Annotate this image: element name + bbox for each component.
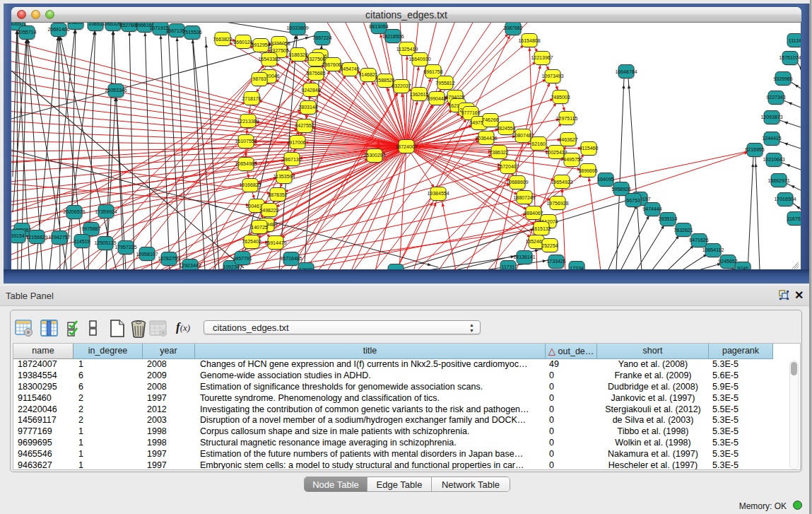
svg-text:7485003: 7485003 (551, 95, 570, 100)
svg-text:10688609: 10688609 (506, 180, 528, 185)
svg-text:10425: 10425 (389, 269, 403, 269)
svg-text:12975115: 12975115 (556, 116, 578, 121)
svg-text:16914479: 16914479 (264, 240, 286, 245)
svg-text:6961758: 6961758 (423, 69, 442, 74)
svg-text:19756928: 19756928 (546, 201, 568, 206)
svg-text:9777169: 9777169 (461, 110, 480, 115)
svg-text:9327505: 9327505 (269, 48, 288, 53)
svg-text:12923448: 12923448 (179, 263, 201, 268)
svg-text:917006: 917006 (289, 140, 305, 145)
svg-text:10853: 10853 (88, 23, 102, 26)
svg-text:20893: 20893 (69, 23, 83, 25)
svg-text:8990448: 8990448 (427, 96, 446, 101)
svg-text:15751074: 15751074 (779, 55, 801, 60)
svg-text:8660124: 8660124 (233, 40, 252, 45)
svg-text:11124: 11124 (789, 38, 801, 43)
svg-text:39154: 39154 (11, 233, 25, 238)
svg-text:15720407: 15720407 (497, 164, 519, 169)
svg-text:1244415: 1244415 (762, 136, 781, 141)
svg-text:7625402: 7625402 (242, 239, 261, 244)
svg-text:252254: 252254 (541, 243, 558, 248)
svg-text:18807249: 18807249 (513, 195, 535, 200)
svg-text:1362615: 1362615 (409, 92, 428, 97)
svg-text:9457791: 9457791 (233, 256, 252, 261)
svg-text:7857224: 7857224 (312, 35, 331, 40)
svg-text:17359924: 17359924 (95, 209, 117, 214)
svg-text:7386322: 7386322 (489, 150, 508, 155)
svg-text:12093873: 12093873 (760, 115, 782, 119)
svg-text:10973493: 10973493 (541, 74, 563, 78)
svg-text:25053346: 25053346 (105, 88, 126, 93)
svg-text:9245652: 9245652 (718, 259, 737, 264)
svg-text:2803144: 2803144 (298, 105, 317, 110)
svg-text:11325419: 11325419 (396, 47, 418, 52)
svg-text:8215955: 8215955 (745, 147, 764, 152)
svg-text:9463627: 9463627 (558, 137, 577, 142)
svg-text:746266: 746266 (482, 117, 498, 122)
svg-text:3867130: 3867130 (282, 157, 301, 162)
svg-text:5958928: 5958928 (611, 187, 630, 192)
svg-text:10807487: 10807487 (512, 133, 534, 138)
svg-text:7663822: 7663822 (213, 37, 232, 42)
svg-text:12505135: 12505135 (94, 240, 116, 245)
svg-text:25300293: 25300293 (363, 153, 385, 158)
svg-text:8427552: 8427552 (295, 123, 314, 128)
svg-text:9975887: 9975887 (81, 226, 100, 231)
svg-text:1615132: 1615132 (531, 226, 551, 231)
svg-text:17016504: 17016504 (774, 197, 796, 201)
svg-text:17334: 17334 (570, 266, 584, 269)
svg-text:8322037: 8322037 (392, 83, 411, 88)
svg-text:19654923: 19654923 (551, 180, 572, 185)
svg-text:15692971: 15692971 (767, 178, 789, 183)
svg-text:164095: 164095 (597, 177, 613, 182)
svg-text:9899695: 9899695 (578, 168, 597, 173)
svg-text:3875685: 3875685 (306, 71, 325, 76)
svg-text:109234: 109234 (223, 264, 239, 269)
svg-text:8813054: 8813054 (369, 24, 388, 29)
svg-text:9146821: 9146821 (358, 72, 377, 77)
svg-text:19218506: 19218506 (382, 34, 404, 39)
svg-text:62160: 62160 (531, 141, 546, 146)
svg-text:9246: 9246 (737, 266, 748, 269)
svg-text:3824554: 3824554 (496, 126, 515, 131)
svg-text:9884067: 9884067 (524, 211, 543, 216)
svg-text:114519: 114519 (74, 239, 90, 244)
svg-text:5498222: 5498222 (259, 208, 278, 213)
svg-text:9115460: 9115460 (579, 146, 599, 151)
svg-text:2935114: 2935114 (659, 216, 678, 221)
svg-text:10025438: 10025438 (545, 150, 567, 155)
svg-text:8186328: 8186328 (288, 52, 307, 57)
svg-text:16543382: 16543382 (258, 57, 280, 62)
svg-text:2055714: 2055714 (17, 30, 36, 35)
svg-text:10958107: 10958107 (136, 252, 158, 257)
svg-text:16154808: 16154808 (518, 38, 540, 43)
svg-text:10210643: 10210643 (763, 157, 784, 162)
svg-text:11353594: 11353594 (273, 174, 295, 179)
svg-text:98763: 98763 (252, 76, 266, 81)
svg-text:17957225: 17957225 (114, 245, 136, 250)
svg-text:140725: 140725 (251, 225, 267, 230)
svg-text:7515536: 7515536 (182, 30, 201, 35)
svg-text:8471626: 8471626 (689, 238, 708, 243)
svg-text:8878352: 8878352 (268, 192, 287, 197)
svg-text:20691406: 20691406 (47, 27, 69, 32)
svg-text:1733426: 1733426 (546, 259, 565, 264)
svg-text:74495756: 74495756 (560, 157, 582, 162)
svg-text:10654985: 10654985 (235, 161, 257, 166)
svg-text:16107552: 16107552 (235, 139, 257, 144)
svg-text:19166825: 19166825 (239, 182, 261, 187)
svg-text:116753: 116753 (787, 216, 801, 221)
svg-text:8454749: 8454749 (340, 66, 359, 71)
svg-text:12942757: 12942757 (48, 235, 70, 240)
svg-text:14136141: 14136141 (513, 255, 535, 259)
svg-text:12156829: 12156829 (25, 235, 47, 240)
svg-text:10654112: 10654112 (702, 247, 724, 252)
svg-text:20206576: 20206576 (63, 209, 85, 214)
svg-text:2087682: 2087682 (503, 25, 522, 30)
svg-text:2718176: 2718176 (242, 96, 261, 101)
svg-text:19384554: 19384554 (427, 191, 449, 196)
svg-text:9474444: 9474444 (642, 206, 661, 211)
svg-text:9329966: 9329966 (773, 76, 792, 81)
svg-text:12213967: 12213967 (531, 55, 553, 60)
svg-text:15716485: 15716485 (280, 256, 302, 261)
